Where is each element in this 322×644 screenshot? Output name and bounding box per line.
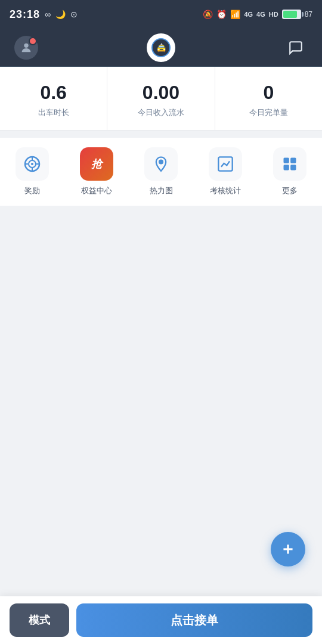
- main-content: [0, 206, 322, 486]
- infinity-icon: ∞: [45, 10, 51, 19]
- status-right: 🔕 ⏰ 📶 4G 4G HD 87: [203, 10, 312, 19]
- svg-point-10: [159, 160, 163, 164]
- action-analytics[interactable]: 考核统计: [199, 147, 252, 196]
- stat-income-label: 今日收入流水: [113, 107, 208, 118]
- action-more[interactable]: 更多: [263, 147, 317, 196]
- status-left: 23:18 ∞ 🌙 ⊙: [10, 8, 78, 21]
- rewards-icon-wrap: [16, 147, 49, 181]
- stat-orders-value: 0: [221, 81, 316, 104]
- stat-income: 0.00 今日收入流水: [107, 67, 215, 130]
- svg-text:🚖: 🚖: [156, 43, 167, 53]
- benefits-icon-wrap: 抢: [80, 147, 113, 181]
- heatmap-icon-wrap: [144, 147, 178, 181]
- accept-order-button[interactable]: 点击接单: [76, 603, 312, 637]
- action-rewards[interactable]: 奖励: [5, 147, 59, 196]
- svg-point-0: [24, 43, 28, 47]
- stat-orders-label: 今日完单量: [221, 107, 316, 118]
- message-button[interactable]: [284, 36, 308, 60]
- svg-rect-15: [290, 165, 296, 171]
- alarm-icon: ⏰: [216, 10, 227, 19]
- mode-button[interactable]: 模式: [10, 603, 69, 637]
- actions-section: 奖励 抢 权益中心 热力图 考核统计: [0, 138, 322, 206]
- action-heatmap[interactable]: 热力图: [134, 147, 188, 196]
- stats-section: 0.6 出车时长 0.00 今日收入流水 0 今日完单量: [0, 67, 322, 131]
- analytics-label: 考核统计: [210, 185, 241, 196]
- avatar[interactable]: [14, 36, 38, 60]
- hd-icon: HD: [269, 11, 278, 18]
- fab-add-button[interactable]: [271, 532, 305, 566]
- action-benefits[interactable]: 抢 权益中心: [70, 147, 123, 196]
- stat-duration: 0.6 出车时长: [0, 67, 107, 130]
- nav-bar: 🚖: [0, 29, 322, 67]
- analytics-icon-wrap: [209, 147, 242, 181]
- benefits-label: 权益中心: [81, 185, 112, 196]
- rewards-label: 奖励: [24, 185, 40, 196]
- bottom-bar: 模式 点击接单: [0, 596, 322, 644]
- stat-orders: 0 今日完单量: [215, 67, 322, 130]
- signal-4g-1-icon: 4G: [244, 11, 253, 18]
- status-bar: 23:18 ∞ 🌙 ⊙ 🔕 ⏰ 📶 4G 4G HD 87: [0, 0, 322, 29]
- stat-duration-value: 0.6: [6, 81, 101, 104]
- svg-rect-14: [284, 165, 289, 171]
- svg-rect-12: [284, 158, 289, 163]
- signal-4g-2-icon: 4G: [256, 11, 265, 18]
- more-icon-wrap: [273, 147, 306, 181]
- svg-point-5: [31, 163, 33, 165]
- battery-fill: [283, 11, 298, 18]
- status-time: 23:18: [10, 8, 40, 21]
- heatmap-label: 热力图: [150, 185, 173, 196]
- circle-icon: ⊙: [70, 10, 78, 19]
- app-logo: 🚖: [147, 33, 175, 62]
- wifi-icon: 📶: [230, 10, 240, 19]
- stat-duration-label: 出车时长: [6, 107, 101, 118]
- battery-tip: [302, 12, 304, 17]
- svg-rect-13: [290, 158, 296, 163]
- battery-indicator: [282, 10, 301, 19]
- stat-income-value: 0.00: [113, 81, 208, 104]
- mute-icon: 🔕: [203, 10, 213, 19]
- more-label: 更多: [282, 185, 298, 196]
- battery-percent: 87: [305, 10, 312, 18]
- moon-icon: 🌙: [55, 10, 66, 19]
